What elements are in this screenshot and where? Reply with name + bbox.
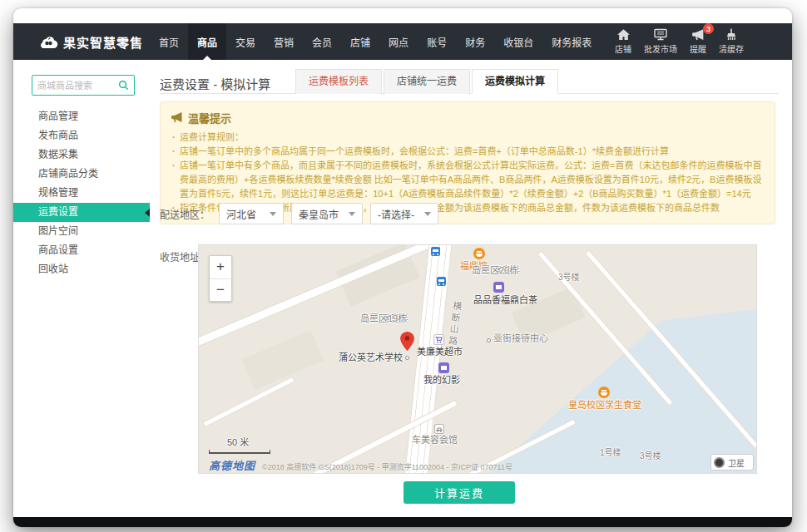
zoom-out-button[interactable]: − (210, 279, 231, 302)
chevron-down-icon (424, 212, 431, 216)
map-label-line: 车美容会馆 (412, 435, 458, 446)
brand-logo[interactable]: 果实智慧零售 (13, 33, 143, 51)
page-header: 运费设置 - 模拟计算 运费模板列表 店铺统一运费 运费模拟计算 (160, 65, 779, 94)
restaurant-poi-icon (473, 248, 485, 259)
tab-bar: 运费模板列表 店铺统一运费 运费模拟计算 (295, 69, 560, 94)
sidebar-item-goods-settings[interactable]: 商品设置 (13, 241, 150, 260)
shop-poi-icon (493, 282, 504, 293)
map-label-building3-s: 3号楼 (640, 451, 661, 461)
nav-item-home[interactable]: 首页 (150, 23, 188, 60)
satellite-label: 卫星 (728, 456, 745, 469)
market-icon (653, 28, 668, 41)
top-navbar: 果实智慧零售 首页 商品 交易 营销 会员 店铺 网点 账号 财务 收银台 财务… (13, 23, 792, 60)
sidebar-item-recycle-bin[interactable]: 回收站 (13, 260, 150, 279)
brand-name: 果实智慧零售 (63, 33, 143, 51)
map-label-supermarket: 美廉美超市 (417, 347, 463, 357)
sidebar-item-spec-manage[interactable]: 规格管理 (13, 184, 150, 203)
map-label-line: 岛二区19栋 (360, 313, 407, 324)
announcement-icon (171, 112, 183, 123)
notice-title: 温馨提示 (188, 110, 231, 126)
window-bottom-bar (13, 517, 792, 527)
notice-bullet: 店铺一笔订单中的多个商品均属于同一个运费模板时，会根据公式：运费=首费+（订单中… (171, 145, 765, 159)
map-zoom-control: + − (209, 255, 232, 302)
sidebar-item-image-space[interactable]: 图片空间 (13, 222, 150, 241)
broom-icon (725, 28, 738, 41)
map-attribution: ©2018 高德软件 GS(2018)1709号 - 甲测资字11002004 … (262, 461, 512, 472)
nav-item-goods[interactable]: 商品 (188, 23, 226, 60)
notice-bullet: 运费计算规则： (171, 131, 765, 145)
util-wholesale-label: 批发市场 (644, 42, 677, 55)
bus-stop-icon (431, 247, 440, 256)
util-clear-cache-label: 清缓存 (719, 42, 744, 55)
shop-poi-icon (438, 362, 449, 373)
map-label-building1: 1号楼 (600, 447, 621, 458)
nav-item-finance-report[interactable]: 财务报表 (542, 23, 601, 60)
province-select[interactable]: 河北省 (219, 203, 284, 224)
map-building-block (242, 330, 324, 390)
map-scale-bar (209, 450, 270, 454)
nav-item-cashier[interactable]: 收银台 (494, 23, 542, 60)
util-clear-cache[interactable]: 清缓存 (719, 28, 744, 55)
sidebar-item-publish-goods[interactable]: 发布商品 (13, 126, 150, 145)
sidebar-menu: 商品管理 发布商品 数据采集 店铺商品分类 规格管理 运费设置 图片空间 商品设… (13, 107, 150, 279)
page-title: 运费设置 - 模拟计算 (160, 75, 270, 92)
sidebar-item-goods-manage[interactable]: 商品管理 (13, 107, 150, 126)
cloud-logo-icon (38, 35, 58, 48)
navbar-utilities: 店铺 批发市场 3 提醒 清缓存 (615, 28, 792, 55)
search-icon[interactable] (118, 80, 129, 91)
sidebar-item-freight-settings[interactable]: 运费设置 (13, 203, 150, 222)
nav-item-outlets[interactable]: 网点 (379, 23, 418, 60)
nav-item-members[interactable]: 会员 (303, 23, 341, 60)
nav-item-finance[interactable]: 财务 (456, 23, 494, 60)
map-scale-text: 50 米 (227, 437, 249, 448)
map-label-myphantom: 我的幻影 (423, 375, 460, 386)
map-canvas[interactable]: + − 福鼎馆 金屋 秦皇半 岛二区20栋 金屋 秦皇半 岛二区19栋 横断山路… (198, 244, 757, 474)
map-label-line: 皇岛校区学生食堂 (568, 400, 641, 411)
util-shop[interactable]: 店铺 (615, 28, 631, 55)
search-input[interactable] (32, 81, 118, 91)
canteen-poi-icon (598, 387, 610, 398)
map-road (203, 377, 294, 426)
poi-dot-icon (487, 338, 491, 342)
district-select[interactable]: -请选择- (370, 203, 438, 224)
district-select-value: -请选择- (378, 207, 414, 221)
city-select[interactable]: 秦皇岛市 (291, 203, 363, 224)
poi-dot-icon (405, 356, 409, 360)
chevron-down-icon (270, 212, 276, 216)
calculate-freight-button[interactable]: 计算运费 (404, 481, 515, 504)
satellite-layer-toggle[interactable]: 卫星 (710, 454, 754, 470)
nav-item-trade[interactable]: 交易 (226, 23, 265, 60)
app-window: 果实智慧零售 首页 商品 交易 营销 会员 店铺 网点 账号 财务 收银台 财务… (13, 8, 792, 527)
map-label-line: 业街接待中心 (493, 333, 548, 344)
main-menu: 首页 商品 交易 营销 会员 店铺 网点 账号 财务 收银台 财务报表 (150, 23, 601, 60)
tab-shop-unified-freight[interactable]: 店铺统一运费 (384, 69, 470, 94)
sidebar: 商品管理 发布商品 数据采集 店铺商品分类 规格管理 运费设置 图片空间 商品设… (13, 60, 150, 517)
satellite-icon (714, 457, 725, 468)
amap-logo: 高德地图 (209, 457, 255, 473)
chevron-down-icon (349, 212, 355, 216)
map-label-line: 岛二区20栋 (472, 265, 518, 276)
map-label-artschool: 蒲公英艺术学校 (339, 352, 403, 363)
util-wholesale-market[interactable]: 批发市场 (644, 28, 677, 55)
delivery-region-label: 配送地区： (160, 207, 211, 221)
notification-badge: 3 (703, 23, 714, 34)
goods-search-box (32, 75, 135, 96)
nav-item-account[interactable]: 账号 (418, 23, 456, 60)
sidebar-item-shop-category[interactable]: 店铺商品分类 (13, 165, 150, 184)
city-select-value: 秦皇岛市 (299, 207, 339, 221)
bus-stop-icon (437, 277, 446, 286)
province-select-value: 河北省 (226, 207, 256, 221)
map-label-building3-ne: 3号楼 (558, 272, 580, 283)
sidebar-item-data-collect[interactable]: 数据采集 (13, 145, 150, 165)
map-label-pinpinxiang: 品品香福鼎白茶 (473, 295, 537, 306)
tab-freight-template-list[interactable]: 运费模板列表 (295, 69, 382, 94)
util-shop-label: 店铺 (615, 42, 631, 55)
nav-item-marketing[interactable]: 营销 (265, 23, 303, 60)
tab-freight-simulation[interactable]: 运费模拟计算 (472, 69, 558, 94)
util-reminder[interactable]: 3 提醒 (690, 28, 706, 55)
zoom-in-button[interactable]: + (210, 256, 231, 279)
nav-item-shop[interactable]: 店铺 (341, 23, 379, 60)
delivery-region-row: 配送地区： 河北省 秦皇岛市 -请选择- (160, 203, 438, 224)
main-content: 运费设置 - 模拟计算 运费模板列表 店铺统一运费 运费模拟计算 温馨提示 运费… (150, 60, 792, 517)
home-icon (616, 28, 631, 41)
